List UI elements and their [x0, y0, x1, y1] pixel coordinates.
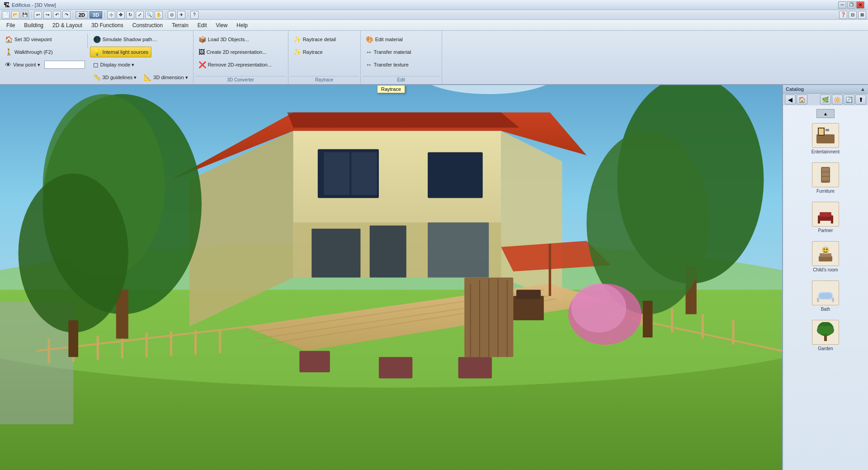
transfer-material-row: ↔ Transfer material [363, 46, 415, 58]
save-button[interactable]: 💾 [21, 11, 29, 19]
catalog-view1-tab[interactable]: 🌿 [820, 95, 831, 104]
ribbon-section-3dconverter: 📦 Load 3D Objects... 🖼 Create 2D represe… [193, 31, 288, 84]
partner-thumb [812, 202, 839, 227]
remove-2d-button[interactable]: ❌ Remove 2D-representation... [195, 59, 275, 70]
display-icon: ◻ [93, 61, 99, 68]
viewport[interactable]: Raytrace [0, 85, 782, 470]
bath-thumb [812, 280, 839, 305]
svg-rect-82 [817, 298, 819, 302]
catalog-scroll-area[interactable]: ▲ Entertainment [783, 105, 868, 470]
catalog-view2-tab[interactable]: 🔆 [832, 95, 843, 104]
minimize-button[interactable]: ─ [838, 1, 846, 9]
create-2d-icon: 🖼 [198, 48, 205, 56]
catalog-back-button[interactable]: ◀ [785, 95, 796, 104]
svg-rect-50 [379, 357, 412, 378]
svg-rect-65 [819, 128, 824, 135]
display-mode-button[interactable]: ◻ Display mode ▾ [90, 59, 138, 70]
2d-toggle[interactable]: 2D [75, 11, 88, 19]
menu-building[interactable]: Building [19, 21, 48, 30]
scroll-up-button[interactable]: ▲ [816, 109, 835, 118]
restore-button[interactable]: ❐ [847, 1, 855, 9]
scale-button[interactable]: ⤢ [136, 11, 144, 19]
raytrace-icon: ✨ [293, 48, 301, 56]
simulate-shadow-button[interactable]: 🌑 Simulate Shadow path… [90, 34, 160, 45]
rotate-button[interactable]: ↻ [126, 11, 134, 19]
3d-toggle[interactable]: 3D [90, 11, 102, 19]
catalog-expand-icon[interactable]: ▲ [860, 86, 865, 92]
transfer-texture-icon: ↔ [366, 61, 372, 68]
catalog-item-entertainment[interactable]: Entertainment [785, 120, 866, 157]
catalog-item-furniture[interactable]: Furniture [785, 159, 866, 197]
raytrace-detail-button[interactable]: ✨ Raytrace detail [290, 34, 339, 45]
svg-rect-70 [822, 177, 829, 180]
move-button[interactable]: ✥ [117, 11, 125, 19]
svg-rect-83 [832, 298, 834, 302]
pan-button[interactable]: ✋ [155, 11, 163, 19]
open-button[interactable]: 📂 [11, 11, 19, 19]
raytrace-button[interactable]: ✨ Raytrace [290, 47, 326, 57]
load-3d-row: 📦 Load 3D Objects... [195, 33, 275, 45]
question-button[interactable]: ❓ [839, 11, 847, 19]
menu-3dfunctions[interactable]: 3D Functions [87, 21, 128, 30]
select-button[interactable]: ⊹ [107, 11, 115, 19]
forward-button[interactable]: ↷ [62, 11, 71, 19]
menu-view[interactable]: View [212, 21, 232, 30]
catalog-view3-tab[interactable]: 🔄 [844, 95, 854, 104]
catalog-view4-tab[interactable]: ⬆ [855, 95, 866, 104]
menu-construction[interactable]: Construction [128, 21, 167, 30]
app-title: Edificius - [3D View] [12, 2, 56, 8]
menu-terrain[interactable]: Terrain [167, 21, 193, 30]
redo-button[interactable]: ↪ [43, 11, 52, 19]
raytrace-tooltip: Raytrace [377, 85, 405, 93]
general-left: 🏠 Set 3D viewpoint 🚶 Walkthrough (F2) 👁 … [2, 33, 85, 71]
transfer-material-button[interactable]: ↔ Transfer material [363, 47, 415, 57]
close-button[interactable]: ✕ [856, 1, 864, 9]
menu-help[interactable]: Help [232, 21, 252, 30]
catalog-item-garden[interactable]: Garden [785, 317, 866, 354]
internal-light-button[interactable]: 💡 Internal light sources [90, 47, 152, 57]
viewpoint-dropdown-button[interactable]: 👁 View point ▾ [2, 59, 43, 70]
new-button[interactable]: 📄 [2, 11, 10, 19]
svg-point-78 [824, 249, 825, 250]
transfer-texture-button[interactable]: ↔ Transfer texture [363, 59, 412, 70]
svg-point-62 [571, 284, 627, 332]
catalog-title: Catalog [786, 86, 804, 92]
menu-2dlayout[interactable]: 2D & Layout [48, 21, 87, 30]
walkthrough-button[interactable]: 🚶 Walkthrough (F2) [2, 47, 56, 57]
3d-dimension-button[interactable]: 📐 3D dimension ▾ [141, 72, 191, 83]
expand-button[interactable]: ⊟ [849, 11, 857, 19]
raytrace-content: ✨ Raytrace detail ✨ Raytrace [290, 33, 359, 75]
back-button[interactable]: ↶ [53, 11, 61, 19]
set-viewpoint-button[interactable]: 🏠 Set 3D viewpoint [2, 34, 55, 45]
raytrace-col: ✨ Raytrace detail ✨ Raytrace [290, 33, 339, 58]
orbit-button[interactable]: ⊙ [168, 11, 176, 19]
create-2d-button[interactable]: 🖼 Create 2D representation... [195, 47, 270, 57]
ribbon-section-general: 🏠 Set 3D viewpoint 🚶 Walkthrough (F2) 👁 … [0, 31, 193, 84]
undo-button[interactable]: ↩ [34, 11, 42, 19]
catalog-home-button[interactable]: 🏠 [797, 95, 807, 104]
viewpoint-drop-row: 👁 View point ▾ [2, 59, 85, 71]
guidelines-button[interactable]: 📏 3D guidelines ▾ [90, 72, 140, 83]
svg-point-87 [823, 326, 834, 335]
edit-material-button[interactable]: 🎨 Edit material [363, 34, 406, 45]
catalog-item-bath[interactable]: Bath [785, 277, 866, 315]
collapse-button[interactable]: ⊠ [858, 11, 866, 19]
edit-material-icon: 🎨 [366, 36, 373, 43]
sep-gen1 [87, 33, 88, 48]
menu-edit[interactable]: Edit [193, 21, 212, 30]
raytrace-row: ✨ Raytrace [290, 46, 339, 58]
svg-rect-19 [370, 226, 406, 278]
zoom-button[interactable]: 🔍 [145, 11, 153, 19]
menu-file[interactable]: File [2, 21, 19, 30]
load-3d-button[interactable]: 📦 Load 3D Objects... [195, 34, 252, 45]
sep3 [104, 12, 105, 18]
viewpoint-input[interactable] [44, 61, 85, 69]
catalog-item-partner[interactable]: Partner [785, 199, 866, 236]
viewpoint-icon: 🏠 [5, 36, 13, 43]
svg-rect-49 [299, 351, 330, 372]
fly-button[interactable]: ✈ [177, 11, 185, 19]
svg-rect-48 [516, 290, 541, 299]
catalog-item-childs-room[interactable]: Child's room [785, 238, 866, 275]
svg-point-55 [19, 174, 128, 332]
help-button[interactable]: ? [190, 11, 198, 19]
